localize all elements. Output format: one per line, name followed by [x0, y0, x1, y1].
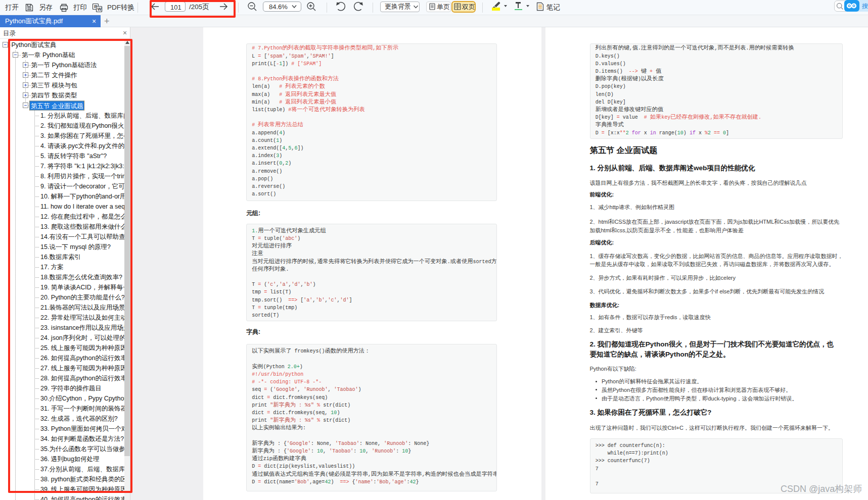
- svg-text:W: W: [97, 7, 102, 12]
